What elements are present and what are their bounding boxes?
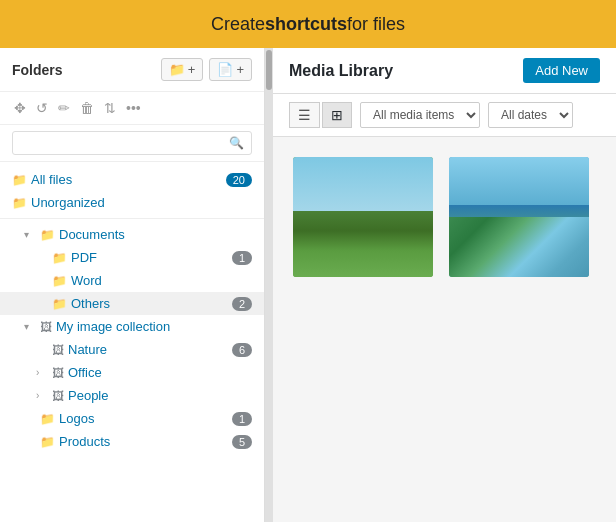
- products-folder-icon: 📁: [40, 435, 55, 449]
- search-input[interactable]: [12, 131, 252, 155]
- media-item-grass[interactable]: [293, 157, 433, 277]
- unorganized-label: Unorganized: [31, 195, 252, 210]
- new-file-button[interactable]: 📄 +: [209, 58, 252, 81]
- banner-bold: shortcuts: [265, 14, 347, 35]
- waterfall-image: [449, 157, 589, 277]
- tree-item-documents[interactable]: ▾ 📁 Documents: [0, 223, 264, 246]
- tree-item-products[interactable]: 📁 Products 5: [0, 430, 264, 453]
- office-label: Office: [68, 365, 252, 380]
- tree-item-others[interactable]: 📁 Others 2: [0, 292, 264, 315]
- products-label: Products: [59, 434, 228, 449]
- folders-title: Folders: [12, 62, 155, 78]
- office-chevron-icon: ›: [36, 367, 48, 378]
- grid-view-button[interactable]: ⊞: [322, 102, 352, 128]
- delete-icon[interactable]: 🗑: [78, 98, 96, 118]
- pdf-badge: 1: [232, 251, 252, 265]
- tree-item-word[interactable]: 📁 Word: [0, 269, 264, 292]
- file-add-icon: 📄: [217, 62, 233, 77]
- media-item-waterfall[interactable]: [449, 157, 589, 277]
- others-folder-icon: 📁: [52, 297, 67, 311]
- all-files-label: All files: [31, 172, 222, 187]
- pdf-folder-icon: 📁: [52, 251, 67, 265]
- media-type-filter[interactable]: All media items: [360, 102, 480, 128]
- others-badge: 2: [232, 297, 252, 311]
- people-label: People: [68, 388, 252, 403]
- documents-label: Documents: [59, 227, 252, 242]
- new-folder-button[interactable]: 📁 +: [161, 58, 204, 81]
- logos-label: Logos: [59, 411, 228, 426]
- tree-item-people[interactable]: › 🖼 People: [0, 384, 264, 407]
- people-icon: 🖼: [52, 389, 64, 403]
- new-file-plus: +: [236, 62, 244, 77]
- refresh-icon[interactable]: ↺: [34, 98, 50, 118]
- nature-icon: 🖼: [52, 343, 64, 357]
- folder-add-icon: 📁: [169, 62, 185, 77]
- all-files-badge: 20: [226, 173, 252, 187]
- office-icon: 🖼: [52, 366, 64, 380]
- image-collection-chevron-icon: ▾: [24, 321, 36, 332]
- logos-badge: 1: [232, 412, 252, 426]
- people-chevron-icon: ›: [36, 390, 48, 401]
- tree-divider-1: [0, 218, 264, 219]
- new-folder-plus: +: [188, 62, 196, 77]
- word-folder-icon: 📁: [52, 274, 67, 288]
- unorganized-icon: 📁: [12, 196, 27, 210]
- media-grid: [273, 137, 616, 522]
- grass-image: [293, 157, 433, 277]
- image-collection-icon: 🖼: [40, 320, 52, 334]
- edit-icon[interactable]: ✏: [56, 98, 72, 118]
- media-header: Media Library Add New: [273, 48, 616, 94]
- documents-folder-icon: 📁: [40, 228, 55, 242]
- sidebar-header: Folders 📁 + 📄 +: [0, 48, 264, 92]
- search-wrapper: 🔍: [12, 131, 252, 155]
- tree-item-pdf[interactable]: 📁 PDF 1: [0, 246, 264, 269]
- word-label: Word: [71, 273, 252, 288]
- sidebar-toolbar: ✥ ↺ ✏ 🗑 ⇅ •••: [0, 92, 264, 125]
- sidebar-scrollbar[interactable]: [265, 48, 273, 522]
- others-label: Others: [71, 296, 228, 311]
- media-library-title: Media Library: [289, 62, 513, 80]
- pdf-label: PDF: [71, 250, 228, 265]
- image-collection-label: My image collection: [56, 319, 252, 334]
- date-filter[interactable]: All dates: [488, 102, 573, 128]
- more-icon[interactable]: •••: [124, 98, 143, 118]
- nature-label: Nature: [68, 342, 228, 357]
- documents-chevron-icon: ▾: [24, 229, 36, 240]
- search-icon: 🔍: [229, 136, 244, 150]
- main-layout: Folders 📁 + 📄 + ✥ ↺ ✏ 🗑 ⇅ ••• 🔍: [0, 48, 616, 522]
- tree-item-all-files[interactable]: 📁 All files 20: [0, 168, 264, 191]
- tree-item-my-image-collection[interactable]: ▾ 🖼 My image collection: [0, 315, 264, 338]
- sidebar-tree: 📁 All files 20 📁 Unorganized ▾ 📁 Documen…: [0, 162, 264, 522]
- tree-item-office[interactable]: › 🖼 Office: [0, 361, 264, 384]
- media-toolbar: ☰ ⊞ All media items All dates: [273, 94, 616, 137]
- sidebar-search: 🔍: [0, 125, 264, 162]
- view-toggle: ☰ ⊞: [289, 102, 352, 128]
- add-new-button[interactable]: Add New: [523, 58, 600, 83]
- logos-folder-icon: 📁: [40, 412, 55, 426]
- list-view-button[interactable]: ☰: [289, 102, 320, 128]
- sort-icon[interactable]: ⇅: [102, 98, 118, 118]
- top-banner: Create shortcuts for files: [0, 0, 616, 48]
- tree-item-logos[interactable]: 📁 Logos 1: [0, 407, 264, 430]
- sidebar-scrollbar-thumb: [266, 50, 272, 90]
- products-badge: 5: [232, 435, 252, 449]
- all-files-icon: 📁: [12, 173, 27, 187]
- sidebar: Folders 📁 + 📄 + ✥ ↺ ✏ 🗑 ⇅ ••• 🔍: [0, 48, 265, 522]
- tree-item-nature[interactable]: 🖼 Nature 6: [0, 338, 264, 361]
- nature-badge: 6: [232, 343, 252, 357]
- main-content: Media Library Add New ☰ ⊞ All media item…: [273, 48, 616, 522]
- banner-prefix: Create: [211, 14, 265, 35]
- tree-item-unorganized[interactable]: 📁 Unorganized: [0, 191, 264, 214]
- banner-suffix: for files: [347, 14, 405, 35]
- move-icon[interactable]: ✥: [12, 98, 28, 118]
